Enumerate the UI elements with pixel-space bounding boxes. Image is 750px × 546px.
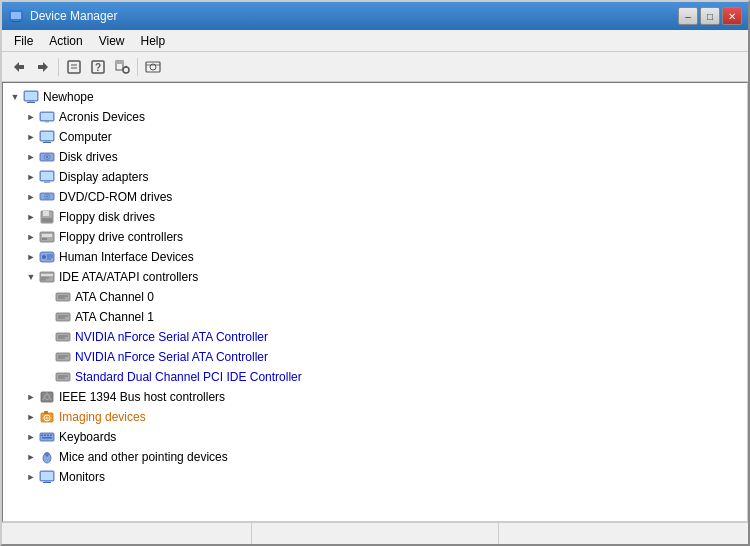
root-label: Newhope <box>43 90 94 104</box>
svg-rect-29 <box>41 132 53 140</box>
maximize-button[interactable]: □ <box>700 7 720 25</box>
list-item[interactable]: ► Acronis Devices <box>3 107 747 127</box>
properties-button[interactable] <box>63 56 85 78</box>
forward-button[interactable] <box>32 56 54 78</box>
svg-rect-42 <box>43 211 49 216</box>
item-label: NVIDIA nForce Serial ATA Controller <box>75 330 268 344</box>
svg-rect-83 <box>47 435 49 437</box>
device-icon <box>55 329 71 345</box>
item-label: ATA Channel 0 <box>75 290 154 304</box>
list-item[interactable]: ► Monitors <box>3 467 747 487</box>
item-label: Display adapters <box>59 170 148 184</box>
list-item[interactable]: ► Disk drives <box>3 147 747 167</box>
svg-rect-22 <box>25 92 37 100</box>
tree-root[interactable]: ▼ Newhope <box>3 87 747 107</box>
item-label: Floppy drive controllers <box>59 230 183 244</box>
menu-file[interactable]: File <box>6 32 41 50</box>
menu-action[interactable]: Action <box>41 32 90 50</box>
item-label: Keyboards <box>59 430 116 444</box>
toolbar-separator-2 <box>137 58 138 76</box>
menu-help[interactable]: Help <box>133 32 174 50</box>
svg-rect-85 <box>42 437 52 439</box>
expand-icon[interactable]: ► <box>23 389 39 405</box>
status-section-1 <box>6 523 252 544</box>
update-button[interactable] <box>111 56 133 78</box>
item-label: Monitors <box>59 470 105 484</box>
item-label: Floppy disk drives <box>59 210 155 224</box>
svg-rect-27 <box>45 121 49 123</box>
expand-icon[interactable]: ► <box>23 469 39 485</box>
window-title: Device Manager <box>30 9 117 23</box>
expand-icon[interactable]: ► <box>23 149 39 165</box>
device-icon <box>55 309 71 325</box>
list-item[interactable]: ► Floppy drive controllers <box>3 227 747 247</box>
svg-rect-84 <box>50 435 52 437</box>
item-label: IDE ATA/ATAPI controllers <box>59 270 198 284</box>
status-bar <box>2 522 748 544</box>
device-icon <box>39 209 55 225</box>
expand-icon[interactable]: ► <box>23 229 39 245</box>
extra-button[interactable] <box>142 56 164 78</box>
item-label: Computer <box>59 130 112 144</box>
device-icon <box>39 229 55 245</box>
item-label: IEEE 1394 Bus host controllers <box>59 390 225 404</box>
list-item[interactable]: ► Computer <box>3 127 747 147</box>
expand-icon[interactable]: ► <box>23 109 39 125</box>
list-item[interactable]: ► Human Interface Devices <box>3 247 747 267</box>
item-label: DVD/CD-ROM drives <box>59 190 172 204</box>
svg-rect-45 <box>42 234 52 237</box>
expand-icon[interactable]: ► <box>23 169 39 185</box>
root-icon <box>23 89 39 105</box>
svg-rect-92 <box>43 482 51 483</box>
list-item[interactable]: Standard Dual Channel PCI IDE Controller <box>3 367 747 387</box>
list-item[interactable]: NVIDIA nForce Serial ATA Controller <box>3 327 747 347</box>
svg-rect-53 <box>41 274 53 276</box>
list-item[interactable]: ► IEEE 1394 Bus host controllers <box>3 387 747 407</box>
svg-rect-8 <box>68 61 80 73</box>
expand-icon[interactable]: ► <box>23 409 39 425</box>
expand-icon[interactable]: ► <box>23 429 39 445</box>
svg-rect-77 <box>44 411 48 414</box>
expand-icon-root[interactable]: ▼ <box>7 89 23 105</box>
svg-point-15 <box>123 67 129 73</box>
svg-rect-59 <box>56 313 70 321</box>
list-item[interactable]: ► Mice and other pointing devices <box>3 447 747 467</box>
close-button[interactable]: ✕ <box>722 7 742 25</box>
item-label: NVIDIA nForce Serial ATA Controller <box>75 350 268 364</box>
expand-icon[interactable]: ► <box>23 189 39 205</box>
expand-icon[interactable]: ► <box>23 129 39 145</box>
svg-rect-36 <box>41 172 53 180</box>
list-item[interactable]: ATA Channel 0 <box>3 287 747 307</box>
list-item[interactable]: ATA Channel 1 <box>3 307 747 327</box>
menu-view[interactable]: View <box>91 32 133 50</box>
device-icon <box>39 389 55 405</box>
title-bar: Device Manager – □ ✕ <box>2 2 748 30</box>
list-item[interactable]: ▼ IDE ATA/ATAPI controllers <box>3 267 747 287</box>
list-item[interactable]: ► DVD/CD-ROM drives <box>3 187 747 207</box>
svg-rect-82 <box>44 435 46 437</box>
expand-icon[interactable]: ► <box>23 249 39 265</box>
toolbar-separator-1 <box>58 58 59 76</box>
item-label: ATA Channel 1 <box>75 310 154 324</box>
item-label: Mice and other pointing devices <box>59 450 228 464</box>
svg-rect-56 <box>56 293 70 301</box>
device-tree[interactable]: ▼ Newhope ► <box>2 82 748 522</box>
device-icon <box>39 149 55 165</box>
device-icon <box>39 269 55 285</box>
list-item[interactable]: NVIDIA nForce Serial ATA Controller <box>3 347 747 367</box>
minimize-button[interactable]: – <box>678 7 698 25</box>
list-item[interactable]: ► Floppy disk drives <box>3 207 747 227</box>
svg-rect-68 <box>56 373 70 381</box>
expand-icon-ide[interactable]: ▼ <box>23 269 39 285</box>
list-item[interactable]: ► Keyboards <box>3 427 747 447</box>
list-item[interactable]: ► Imaging devices <box>3 407 747 427</box>
svg-rect-65 <box>56 353 70 361</box>
back-button[interactable] <box>8 56 30 78</box>
expand-icon[interactable]: ► <box>23 209 39 225</box>
help-button[interactable]: ? <box>87 56 109 78</box>
expand-icon[interactable]: ► <box>23 449 39 465</box>
list-item[interactable]: ► Display adapters <box>3 167 747 187</box>
svg-rect-62 <box>56 333 70 341</box>
device-manager-window: Device Manager – □ ✕ File Action View He… <box>0 0 750 546</box>
toolbar: ? <box>2 52 748 82</box>
